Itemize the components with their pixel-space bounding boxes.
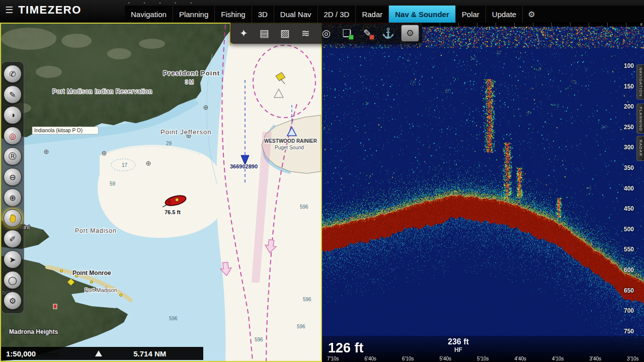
map-label-2: Port Madison Indian Reservation	[52, 88, 152, 95]
marker-icon[interactable]	[53, 304, 57, 309]
notes-icon-glyph: ▤	[260, 28, 269, 39]
chart-panel[interactable]: President Point3 MPort Madison Indian Re…	[0, 23, 322, 362]
titlebar-icon-0[interactable]: ▪	[128, 1, 130, 5]
time-scale: 7'10s6'40s6'10s5'40s5'10s4'40s4'10s3'40s…	[322, 354, 644, 361]
map-label-14: Madrona Heights	[9, 328, 58, 335]
app-logo: ☰ TIMEZERO	[5, 4, 82, 17]
tab-3d[interactable]: 3D	[252, 6, 274, 23]
time-label-2: 6'10s	[402, 356, 414, 361]
timezero-app: ☰ TIMEZERO ▪▪▪▪▪ NavigationPlanningFishi…	[0, 0, 644, 362]
tools-settings[interactable]: ⚙	[4, 292, 22, 310]
sounder-layers-icon[interactable]: ≋	[295, 23, 316, 43]
layers-toolbar-icons: ✦▤▨≋◎❏✎⚓	[233, 23, 398, 43]
chart-scale[interactable]: 1:50,000	[6, 349, 36, 358]
menu-settings-gears-icon[interactable]: ⚙	[523, 6, 540, 23]
depth-sounding-7: 596	[297, 324, 305, 329]
tab-radar[interactable]: Radar	[356, 6, 389, 23]
range-rings-icon-glyph: ◎	[322, 28, 331, 39]
layers-toolbar: ✦▤▨≋◎❏✎⚓ ⚙	[230, 23, 422, 44]
echogram[interactable]	[322, 23, 644, 362]
zoom-in-tool[interactable]: ⊕	[4, 189, 22, 207]
titlebar-icon-2[interactable]: ▪	[159, 1, 161, 5]
titlebar-icon-1[interactable]: ▪	[144, 1, 145, 5]
capture-icon[interactable]: ❏	[337, 23, 357, 43]
frequency-label: HF	[448, 346, 469, 353]
tab-polar[interactable]: Polar	[456, 6, 486, 23]
map-label-6: Puget Sound	[275, 145, 304, 150]
divider-tool[interactable]: ✐	[4, 230, 22, 248]
current-depth: 126 ft	[328, 340, 364, 356]
titlebar-icon-3[interactable]: ▪	[175, 1, 177, 5]
sounder-layers-icon-glyph: ≋	[301, 28, 310, 39]
measure-tool[interactable]: ✆	[4, 65, 22, 83]
sounder-top-scale: 8	[422, 23, 644, 27]
pan-tool[interactable]	[4, 209, 22, 227]
map-label-0: President Point	[163, 69, 220, 77]
compass-icon-glyph: ✦	[239, 28, 248, 39]
map-label-9: Port Madison	[75, 227, 117, 234]
zoom-out-tool[interactable]: ⊖	[4, 168, 22, 186]
toolbar-settings-gear-icon[interactable]: ⚙	[401, 25, 419, 42]
depth-sounding-3: 596	[300, 204, 308, 210]
titlebar-mini-icons: ▪▪▪▪▪	[128, 0, 192, 6]
workspace-menu: NavigationPlanningFishing3DDual Nav2D / …	[125, 6, 644, 23]
time-label-0: 7'10s	[327, 356, 339, 361]
time-label-4: 5'10s	[477, 356, 489, 361]
annotation-icon-accent	[369, 35, 374, 40]
tab-dual-nav[interactable]: Dual Nav	[274, 6, 318, 23]
boat-track-icon-glyph: ⚓	[382, 28, 394, 39]
map-label-8: 76.5 ft	[165, 209, 181, 215]
hamburger-menu-icon[interactable]: ☰	[5, 5, 13, 16]
tab-navigation[interactable]: Navigation	[125, 6, 173, 23]
depth-sounding-2: 29	[166, 141, 172, 146]
compass-icon[interactable]: ✦	[233, 23, 254, 43]
depth-sounding-0: 17	[122, 162, 128, 168]
tab-nav-sounder[interactable]: Nav & Sounder	[389, 6, 456, 23]
workspace-side-tabs: NAVIGATIONPLANNINGRADAR	[636, 23, 644, 362]
secondary-depth: 236 ft HF	[448, 337, 469, 353]
depth-sounding-5: 596	[303, 297, 311, 302]
time-label-5: 4'40s	[515, 356, 527, 361]
time-label-1: 6'40s	[365, 356, 377, 361]
tab-2d-3d[interactable]: 2D / 3D	[318, 6, 356, 23]
notes-icon[interactable]: ▤	[254, 23, 275, 43]
chart-status-bar: 1:50,000 5.714 NM	[1, 347, 203, 360]
depth-sounding-1: 59	[110, 181, 116, 187]
select-tool[interactable]: ◯	[4, 271, 22, 289]
route-tool[interactable]: ➤	[4, 250, 22, 268]
tab-planning[interactable]: Planning	[173, 6, 215, 23]
screenshot-icon-glyph: ▨	[280, 28, 290, 39]
map-label-5: WESTWOOD RAINIER	[264, 138, 317, 144]
title-menu-bar: ☰ TIMEZERO ▪▪▪▪▪ NavigationPlanningFishi…	[0, 0, 644, 23]
map-label-12: Port Madison	[85, 287, 117, 293]
eraser-tool[interactable]: ◑	[4, 106, 22, 124]
sounder-readout-bar: 126 ft 236 ft HF 7'10s6'40s6'10s5'40s5'1…	[322, 336, 644, 362]
tab-update[interactable]: Update	[486, 6, 523, 23]
bay-deep	[98, 145, 223, 238]
secondary-depth-value: 236 ft	[448, 337, 469, 346]
tab-fishing[interactable]: Fishing	[215, 6, 252, 23]
time-label-7: 3'40s	[590, 356, 602, 361]
depth-sounding-4: 596	[169, 316, 178, 321]
record-tool[interactable]: ◎	[4, 127, 22, 145]
range-rings-icon[interactable]: ◎	[316, 23, 337, 43]
boat-track-icon[interactable]: ⚓	[378, 23, 398, 43]
restricted-tool[interactable]: Ⓡ	[4, 147, 22, 165]
screenshot-icon[interactable]: ▨	[275, 23, 295, 43]
time-label-6: 4'10s	[552, 356, 564, 361]
workspace-tab-radar[interactable]: RADAR	[636, 136, 644, 161]
menu-tabs: NavigationPlanningFishing3DDual Nav2D / …	[125, 6, 523, 23]
annotation-icon[interactable]: ✎	[357, 23, 378, 43]
map-label-11: Point Monroe	[72, 269, 111, 277]
map-label-1: 3 M	[185, 79, 194, 85]
north-pointer-icon	[95, 350, 102, 356]
sounder-panel[interactable]: 8 10015020025030035040045050055060065070…	[322, 23, 644, 362]
chart-range[interactable]: 5.714 NM	[133, 349, 166, 358]
workspace-tab-navigation[interactable]: NAVIGATION	[636, 64, 644, 100]
app-title: TIMEZERO	[18, 4, 82, 17]
nautical-chart: President Point3 MPort Madison Indian Re…	[1, 24, 321, 361]
edit-tool[interactable]: ✎	[4, 85, 22, 104]
workspace-tab-planning[interactable]: PLANNING	[636, 104, 644, 134]
capture-icon-accent	[349, 35, 354, 40]
titlebar-icon-4[interactable]: ▪	[190, 1, 192, 5]
